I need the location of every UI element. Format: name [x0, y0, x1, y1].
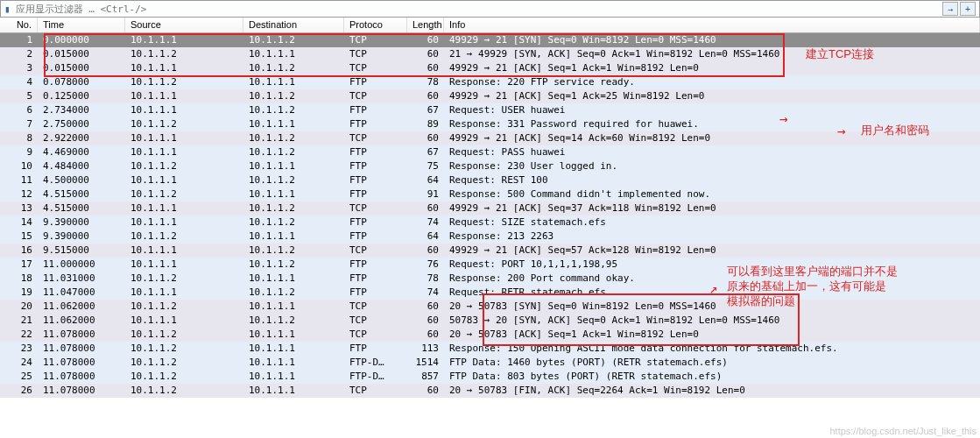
cell-time: 11.000000: [38, 258, 125, 272]
packet-row[interactable]: 30.01500010.1.1.110.1.1.2TCP6049929 → 21…: [0, 61, 980, 75]
filter-input[interactable]: [14, 3, 942, 16]
cell-no: 4: [0, 75, 38, 89]
header-protocol[interactable]: Protoco: [344, 18, 407, 32]
cell-source: 10.1.1.2: [125, 47, 243, 61]
cell-dest: 10.1.1.1: [243, 47, 344, 61]
cell-protocol: TCP: [344, 61, 407, 75]
header-length[interactable]: Length: [407, 18, 444, 32]
packet-row[interactable]: 2211.07800010.1.1.210.1.1.1TCP6020 → 507…: [0, 328, 980, 342]
cell-source: 10.1.1.1: [125, 131, 243, 145]
cell-protocol: FTP: [344, 159, 407, 173]
cell-no: 9: [0, 145, 38, 159]
cell-time: 4.515000: [38, 201, 125, 215]
cell-dest: 10.1.1.2: [243, 173, 344, 187]
header-info[interactable]: Info: [444, 18, 980, 32]
cell-protocol: FTP: [344, 230, 407, 244]
cell-source: 10.1.1.1: [125, 173, 243, 187]
cell-source: 10.1.1.2: [125, 384, 243, 398]
packet-row[interactable]: 169.51500010.1.1.110.1.1.2TCP6049929 → 2…: [0, 244, 980, 258]
cell-protocol: FTP: [344, 173, 407, 187]
header-no[interactable]: No.: [0, 18, 38, 32]
cell-dest: 10.1.1.1: [243, 342, 344, 356]
cell-dest: 10.1.1.1: [243, 370, 344, 384]
packet-row[interactable]: 40.07800010.1.1.210.1.1.1FTP78Response: …: [0, 75, 980, 89]
packet-row[interactable]: 2411.07800010.1.1.210.1.1.1FTP-D…1514FTP…: [0, 356, 980, 370]
cell-dest: 10.1.1.2: [243, 244, 344, 258]
cell-dest: 10.1.1.2: [243, 215, 344, 230]
cell-no: 3: [0, 61, 38, 75]
packet-row[interactable]: 10.00000010.1.1.110.1.1.2TCP6049929 → 21…: [0, 33, 980, 47]
packet-row[interactable]: 2111.06200010.1.1.110.1.1.2TCP6050783 → …: [0, 314, 980, 328]
cell-no: 24: [0, 356, 38, 370]
packet-row[interactable]: 104.48400010.1.1.210.1.1.1FTP75Response:…: [0, 159, 980, 173]
cell-no: 8: [0, 131, 38, 145]
cell-protocol: TCP: [344, 89, 407, 103]
cell-source: 10.1.1.1: [125, 244, 243, 258]
toolbar-add-button[interactable]: +: [960, 2, 976, 16]
packet-row[interactable]: 2311.07800010.1.1.210.1.1.1FTP113Respons…: [0, 342, 980, 356]
packet-row[interactable]: 50.12500010.1.1.110.1.1.2TCP6049929 → 21…: [0, 89, 980, 103]
cell-info: Request: USER huawei: [444, 103, 980, 117]
cell-protocol: TCP: [344, 384, 407, 398]
packet-row[interactable]: 1711.00000010.1.1.110.1.1.2FTP76Request:…: [0, 258, 980, 272]
filter-icon: ▮: [4, 4, 11, 15]
packet-row[interactable]: 20.01500010.1.1.210.1.1.1TCP6021 → 49929…: [0, 47, 980, 61]
packet-row[interactable]: 1811.03100010.1.1.210.1.1.1FTP78Response…: [0, 272, 980, 286]
cell-dest: 10.1.1.1: [243, 117, 344, 131]
cell-protocol: FTP: [344, 75, 407, 89]
watermark: https://blog.csdn.net/Just_like_this: [829, 426, 976, 436]
cell-dest: 10.1.1.2: [243, 103, 344, 117]
packet-row[interactable]: 124.51500010.1.1.210.1.1.1FTP91Response:…: [0, 187, 980, 201]
cell-info: Response: 220 FTP service ready.: [444, 75, 980, 89]
packet-row[interactable]: 62.73400010.1.1.110.1.1.2FTP67Request: U…: [0, 103, 980, 117]
cell-protocol: FTP: [344, 145, 407, 159]
cell-length: 857: [407, 370, 444, 384]
header-dest[interactable]: Destination: [243, 18, 344, 32]
cell-info: 21 → 49929 [SYN, ACK] Seq=0 Ack=1 Win=81…: [444, 47, 980, 61]
packet-row[interactable]: 114.50000010.1.1.110.1.1.2FTP64Request: …: [0, 173, 980, 187]
cell-length: 60: [407, 33, 444, 47]
cell-time: 0.015000: [38, 47, 125, 61]
cell-dest: 10.1.1.1: [243, 230, 344, 244]
cell-length: 60: [407, 244, 444, 258]
cell-length: 78: [407, 272, 444, 286]
packet-row[interactable]: 134.51500010.1.1.110.1.1.2TCP6049929 → 2…: [0, 201, 980, 215]
cell-protocol: TCP: [344, 328, 407, 342]
cell-protocol: FTP: [344, 187, 407, 201]
packet-row[interactable]: 94.46900010.1.1.110.1.1.2FTP67Request: P…: [0, 145, 980, 159]
packet-row[interactable]: 82.92200010.1.1.110.1.1.2TCP6049929 → 21…: [0, 131, 980, 145]
cell-info: 50783 → 20 [SYN, ACK] Seq=0 Ack=1 Win=81…: [444, 314, 980, 328]
packet-row[interactable]: 1911.04700010.1.1.110.1.1.2FTP74Request:…: [0, 286, 980, 300]
cell-info: 49929 → 21 [ACK] Seq=14 Ack=60 Win=8192 …: [444, 131, 980, 145]
cell-protocol: TCP: [344, 47, 407, 61]
packet-row[interactable]: 2611.07800010.1.1.210.1.1.1TCP6020 → 507…: [0, 384, 980, 398]
cell-info: 49929 → 21 [SYN] Seq=0 Win=8192 Len=0 MS…: [444, 33, 980, 47]
cell-no: 22: [0, 328, 38, 342]
packet-row[interactable]: 159.39000010.1.1.210.1.1.1FTP64Response:…: [0, 230, 980, 244]
cell-length: 78: [407, 75, 444, 89]
cell-no: 10: [0, 159, 38, 173]
cell-no: 5: [0, 89, 38, 103]
packet-row[interactable]: 72.75000010.1.1.210.1.1.1FTP89Response: …: [0, 117, 980, 131]
cell-protocol: TCP: [344, 244, 407, 258]
cell-protocol: FTP: [344, 272, 407, 286]
cell-dest: 10.1.1.1: [243, 328, 344, 342]
toolbar-expression-button[interactable]: →: [942, 2, 958, 16]
cell-dest: 10.1.1.1: [243, 159, 344, 173]
packet-row[interactable]: 2511.07800010.1.1.210.1.1.1FTP-D…857FTP …: [0, 370, 980, 384]
cell-length: 1514: [407, 356, 444, 370]
header-source[interactable]: Source: [125, 18, 243, 32]
cell-protocol: FTP: [344, 117, 407, 131]
cell-time: 0.078000: [38, 75, 125, 89]
cell-info: 20 → 50783 [ACK] Seq=1 Ack=1 Win=8192 Le…: [444, 328, 980, 342]
cell-dest: 10.1.1.1: [243, 384, 344, 398]
cell-source: 10.1.1.2: [125, 328, 243, 342]
cell-info: Request: RETR statemach.efs: [444, 286, 980, 300]
header-time[interactable]: Time: [38, 18, 125, 32]
packet-row[interactable]: 149.39000010.1.1.110.1.1.2FTP74Request: …: [0, 215, 980, 230]
packet-row[interactable]: 2011.06200010.1.1.210.1.1.1TCP6020 → 507…: [0, 300, 980, 314]
cell-no: 18: [0, 272, 38, 286]
cell-dest: 10.1.1.1: [243, 272, 344, 286]
cell-info: 20 → 50783 [SYN] Seq=0 Win=8192 Len=0 MS…: [444, 300, 980, 314]
cell-no: 11: [0, 173, 38, 187]
